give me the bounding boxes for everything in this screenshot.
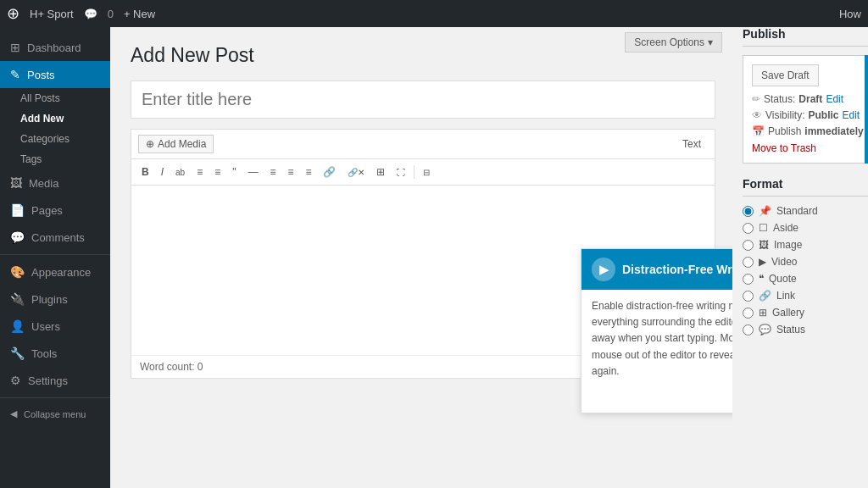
- sidebar-label-posts: Posts: [27, 69, 55, 81]
- italic-button[interactable]: I: [156, 163, 169, 181]
- standard-label: Standard: [776, 205, 818, 217]
- bold-button[interactable]: B: [136, 163, 154, 181]
- aside-icon: ☐: [759, 222, 768, 234]
- format-option-status: 💬 Status: [743, 324, 868, 336]
- quote-button[interactable]: ": [227, 163, 241, 181]
- link-label: Link: [776, 290, 795, 302]
- publish-section: Publish Save Draft ✏ Status: Draft Edit …: [743, 27, 868, 164]
- visibility-eye-icon: 👁: [752, 109, 762, 121]
- appearance-icon: 🎨: [10, 265, 25, 279]
- image-icon: 🖼: [759, 239, 769, 251]
- sidebar-item-tools[interactable]: 🔧 Tools: [0, 340, 110, 367]
- move-to-trash-link[interactable]: Move to Trash: [752, 142, 859, 154]
- status-format-icon: 💬: [759, 324, 771, 336]
- insert-more-button[interactable]: ⊞: [371, 163, 390, 181]
- unlink-button[interactable]: 🔗✕: [342, 164, 370, 180]
- visibility-edit-link[interactable]: Edit: [842, 109, 860, 121]
- status-label: Status:: [764, 93, 795, 105]
- comment-icon: 💬: [84, 8, 97, 20]
- posts-icon: ✎: [10, 68, 20, 81]
- wp-icon[interactable]: ⊕: [7, 4, 19, 23]
- ul-button[interactable]: ≡: [192, 163, 208, 181]
- align-right-button[interactable]: ≡: [300, 163, 316, 181]
- screen-options-button[interactable]: Screen Options ▾: [625, 32, 722, 53]
- format-radio-video[interactable]: [743, 257, 754, 268]
- gallery-label: Gallery: [772, 307, 804, 319]
- sidebar-collapse-menu[interactable]: ◀ Collapse menu: [0, 402, 110, 426]
- status-format-label: Status: [776, 324, 805, 336]
- settings-icon: ⚙: [10, 374, 21, 387]
- how-to[interactable]: How: [839, 8, 861, 20]
- sidebar-item-pages[interactable]: 📄 Pages: [0, 197, 110, 224]
- format-option-gallery: ⊞ Gallery: [743, 307, 868, 319]
- format-section: Format 📌 Standard ☐ Aside 🖼 Image ▶ Vide…: [743, 177, 868, 336]
- tooltip-header: ▶ Distraction-Free Writing: [581, 249, 732, 290]
- kitchen-sink-button[interactable]: ⊟: [418, 164, 435, 180]
- users-icon: 👤: [10, 319, 25, 333]
- media-icon: 🖼: [10, 176, 22, 190]
- ol-button[interactable]: ≡: [209, 163, 225, 181]
- sidebar-sub-tags[interactable]: Tags: [0, 149, 110, 169]
- format-radio-quote[interactable]: [743, 274, 754, 285]
- chevron-down-icon: ▾: [708, 36, 713, 48]
- sidebar-item-users[interactable]: 👤 Users: [0, 313, 110, 340]
- standard-icon: 📌: [759, 205, 771, 217]
- sidebar-sub-all-posts[interactable]: All Posts: [0, 88, 110, 108]
- format-radio-link[interactable]: [743, 291, 754, 302]
- status-pen-icon: ✏: [752, 93, 760, 105]
- format-radio-gallery[interactable]: [743, 308, 754, 319]
- sidebar-label-pages: Pages: [31, 204, 63, 217]
- sidebar-sub-categories[interactable]: Categories: [0, 129, 110, 149]
- sidebar-item-settings[interactable]: ⚙ Settings: [0, 367, 110, 394]
- sidebar-label-tools: Tools: [31, 347, 57, 360]
- align-center-button[interactable]: ≡: [282, 163, 298, 181]
- post-title-input[interactable]: [131, 80, 715, 119]
- format-radio-standard[interactable]: [743, 206, 754, 217]
- format-option-quote: ❝ Quote: [743, 273, 868, 285]
- strikethrough-button[interactable]: ab: [170, 164, 190, 180]
- status-edit-link[interactable]: Edit: [826, 93, 843, 105]
- sidebar: ⊞ Dashboard ✎ Posts All Posts Add New Ca…: [0, 27, 110, 488]
- link-format-icon: 🔗: [759, 290, 771, 302]
- gallery-icon: ⊞: [759, 307, 767, 319]
- play-icon: ▶: [599, 263, 609, 276]
- site-name[interactable]: H+ Sport: [30, 8, 74, 20]
- publish-value: immediately: [804, 125, 863, 137]
- sidebar-item-appearance[interactable]: 🎨 Appearance: [0, 258, 110, 286]
- sidebar-item-dashboard[interactable]: ⊞ Dashboard: [0, 34, 110, 61]
- format-radio-status[interactable]: [743, 324, 754, 336]
- sidebar-sub-add-new[interactable]: Add New: [0, 108, 110, 129]
- save-draft-button[interactable]: Save Draft: [752, 64, 819, 86]
- sidebar-item-media[interactable]: 🖼 Media: [0, 169, 110, 197]
- visibility-label: Visibility:: [765, 109, 804, 121]
- sidebar-item-plugins[interactable]: 🔌 Plugins: [0, 286, 110, 313]
- tooltip-footer: ⊙ Dismiss: [581, 388, 732, 413]
- video-label: Video: [771, 256, 797, 268]
- sidebar-item-comments[interactable]: 💬 Comments: [0, 224, 110, 251]
- publish-box: Save Draft ✏ Status: Draft Edit 👁 Visibi…: [743, 55, 868, 164]
- publish-section-title: Publish: [743, 27, 868, 47]
- link-button[interactable]: 🔗: [318, 163, 341, 181]
- aside-label: Aside: [773, 222, 798, 234]
- status-row: ✏ Status: Draft Edit: [752, 93, 859, 105]
- admin-bar: ⊕ H+ Sport 💬 0 + New How: [0, 0, 868, 27]
- publish-label: Publish: [768, 125, 801, 137]
- format-option-link: 🔗 Link: [743, 290, 868, 302]
- text-tab[interactable]: Text: [676, 136, 708, 152]
- comment-count[interactable]: 0: [108, 8, 114, 20]
- format-radio-aside[interactable]: [743, 223, 754, 234]
- save-draft-row: Save Draft: [752, 64, 859, 86]
- fullscreen-button[interactable]: ⛶: [392, 164, 410, 180]
- sidebar-item-posts[interactable]: ✎ Posts: [0, 61, 110, 88]
- format-radio-image[interactable]: [743, 240, 754, 251]
- add-media-button[interactable]: ⊕ Add Media: [138, 135, 214, 153]
- video-icon: ▶: [759, 256, 766, 268]
- visibility-row: 👁 Visibility: Public Edit: [752, 109, 859, 121]
- align-left-button[interactable]: ≡: [264, 163, 281, 181]
- plugins-icon: 🔌: [10, 292, 25, 306]
- new-post-btn[interactable]: + New: [124, 8, 155, 20]
- tools-icon: 🔧: [10, 347, 25, 360]
- sidebar-label-media: Media: [29, 177, 58, 190]
- hr-button[interactable]: —: [242, 163, 263, 181]
- dashboard-icon: ⊞: [10, 41, 20, 54]
